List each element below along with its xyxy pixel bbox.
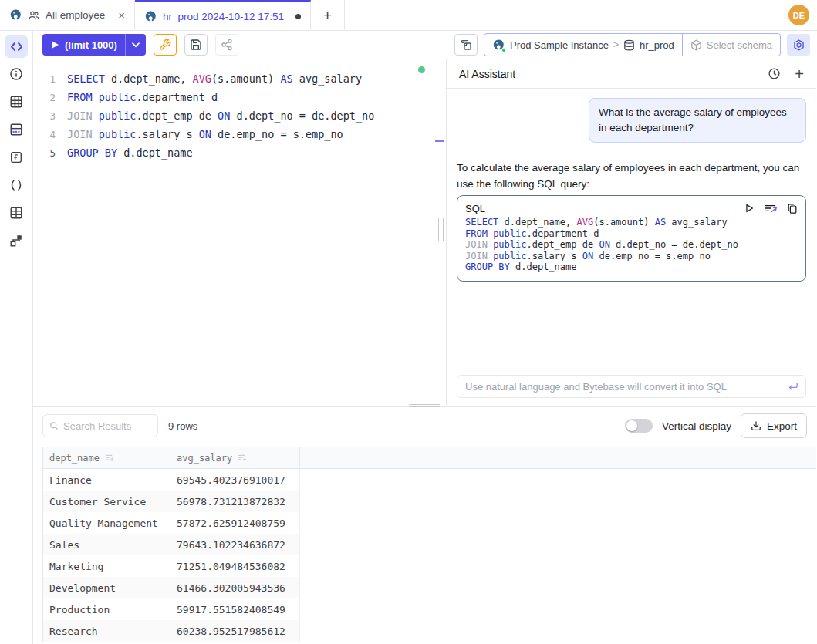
table-cell[interactable]: 59917.551582408549 [170, 598, 300, 620]
share-sheet-button[interactable] [215, 34, 238, 56]
ai-chat-area: What is the average salary of employees … [447, 89, 816, 406]
new-tab-button[interactable]: + [311, 0, 345, 30]
splitter-handle[interactable] [438, 218, 444, 241]
sidebar-item-info[interactable] [5, 62, 28, 86]
info-icon [9, 67, 23, 81]
sidebar-item-tables[interactable] [5, 201, 28, 224]
cube-icon [690, 39, 702, 51]
sql-editor[interactable]: 1SELECT d.dept_name, AVG(s.amount) AS av… [33, 59, 435, 406]
database-name: hr_prod [640, 39, 674, 51]
table-row[interactable]: Production59917.551582408549 [43, 598, 816, 620]
table-cell[interactable]: Quality Management [43, 512, 170, 534]
results-toolbar: 9 rows Vertical display Export [33, 407, 816, 443]
table-cell[interactable]: Marketing [43, 555, 170, 577]
connection-chip: Prod Sample Instance > hr_prod Select sc… [484, 33, 781, 56]
run-query-button[interactable]: (limit 1000) [42, 34, 146, 56]
ai-assistant-button[interactable] [787, 34, 810, 56]
line-number: 5 [33, 147, 67, 159]
run-options-caret[interactable] [125, 34, 146, 56]
tab-all-employee[interactable]: All employee × [0, 0, 135, 30]
table-cell[interactable]: 57872.625912408759 [170, 512, 300, 534]
horizontal-splitter-handle[interactable] [409, 404, 440, 407]
table-row[interactable]: Research60238.952517985612 [43, 620, 816, 642]
tab-bar: All employee × hr_prod 2024-10-12 17:51 … [0, 0, 817, 31]
sidebar-item-draft-sheet[interactable] [5, 118, 28, 141]
batch-query-button[interactable] [454, 34, 478, 56]
people-icon [28, 9, 40, 22]
code-line[interactable]: 4JOIN public.salary s ON de.emp_no = s.e… [33, 125, 435, 143]
insert-sql-icon[interactable] [765, 203, 777, 214]
breadcrumb-separator: > [613, 39, 619, 50]
history-clock-icon[interactable] [768, 67, 781, 80]
ai-prompt-input[interactable] [465, 381, 787, 393]
sidebar-item-functions[interactable] [5, 146, 28, 169]
table-cell[interactable]: Research [43, 620, 170, 642]
editor-scroll-decoration [435, 140, 444, 142]
table-cell[interactable]: 79643.102234636872 [170, 534, 300, 555]
table-cell[interactable]: Production [43, 598, 170, 620]
sidebar-item-code-editor[interactable] [5, 35, 28, 58]
table-cell[interactable]: Development [43, 577, 170, 598]
batch-query-icon [460, 39, 472, 51]
table-cell[interactable]: 69545.402376910017 [170, 469, 300, 491]
code-block-line: FROM public.department d [465, 228, 798, 240]
search-icon [49, 420, 59, 431]
table-cell[interactable]: Customer Service [43, 491, 170, 512]
chevron-down-icon [132, 42, 140, 48]
close-icon[interactable]: × [118, 9, 125, 21]
wrench-icon [159, 39, 171, 51]
column-header-avg-salary[interactable]: avg_salary [170, 447, 300, 468]
line-number: 1 [33, 73, 67, 85]
sidebar-item-worksheet[interactable] [5, 90, 28, 113]
code-line[interactable]: 2FROM public.department d [33, 88, 435, 106]
table-row[interactable]: Customer Service56978.731213872832 [43, 491, 816, 512]
results-panel: 9 rows Vertical display Export dept_name [33, 406, 816, 644]
code-lang-label: SQL [465, 201, 485, 217]
table-cell[interactable]: Sales [43, 534, 170, 555]
tab-hr-prod[interactable]: hr_prod 2024-10-12 17:51 [135, 0, 311, 30]
row-count: 9 rows [168, 420, 197, 432]
table-row[interactable]: Marketing71251.049484536082 [43, 555, 816, 577]
ai-assistant-panel: AI Assistant + What is the average salar… [446, 59, 816, 406]
table-row[interactable]: Quality Management57872.625912408759 [43, 512, 816, 534]
code-block-line: JOIN public.salary s ON de.emp_no = s.em… [465, 251, 798, 262]
schema-diagram-icon [9, 234, 23, 248]
export-button[interactable]: Export [741, 413, 807, 438]
new-chat-plus-icon[interactable]: + [795, 66, 804, 82]
code-line[interactable]: 5GROUP BY d.dept_name [33, 143, 435, 162]
table-header-row: dept_name avg_salary [43, 447, 816, 469]
sidebar-item-brackets[interactable] [5, 174, 28, 197]
connection-selector[interactable]: Prod Sample Instance > hr_prod [484, 34, 682, 56]
code-line[interactable]: 3JOIN public.dept_emp de ON d.dept_no = … [33, 106, 435, 125]
ai-panel-header: AI Assistant + [447, 59, 816, 89]
run-play-icon[interactable] [744, 203, 755, 214]
table-cell[interactable]: 60238.952517985612 [170, 620, 300, 642]
admin-wrench-button[interactable] [154, 34, 177, 56]
sort-icon [105, 453, 114, 462]
vertical-splitter[interactable] [435, 59, 446, 406]
share-icon [221, 39, 233, 51]
schema-selector[interactable]: Select schema [682, 34, 780, 56]
save-icon [190, 39, 202, 51]
table-row[interactable]: Development61466.302005943536 [43, 577, 816, 598]
copy-icon[interactable] [787, 203, 798, 214]
ai-panel-title: AI Assistant [459, 68, 515, 80]
left-sidebar [0, 31, 33, 644]
enter-return-icon[interactable] [787, 381, 799, 392]
avatar[interactable]: DE [788, 5, 809, 25]
table-row[interactable]: Sales79643.102234636872 [43, 534, 816, 555]
save-sheet-button[interactable] [184, 34, 208, 56]
function-icon [9, 150, 23, 164]
table-row[interactable]: Finance69545.402376910017 [43, 469, 816, 491]
table-cell[interactable]: 56978.731213872832 [170, 491, 300, 512]
code-icon [10, 41, 23, 52]
code-line[interactable]: 1SELECT d.dept_name, AVG(s.amount) AS av… [33, 69, 435, 88]
table-cell[interactable]: 71251.049484536082 [170, 555, 300, 577]
database-icon [623, 39, 635, 51]
table-cell[interactable]: 61466.302005943536 [170, 577, 300, 598]
table-cell[interactable]: Finance [43, 469, 170, 491]
vertical-display-toggle[interactable] [625, 419, 653, 433]
results-search-input[interactable] [63, 420, 151, 432]
sidebar-item-schema-diagram[interactable] [5, 229, 28, 252]
column-header-dept-name[interactable]: dept_name [43, 447, 170, 468]
